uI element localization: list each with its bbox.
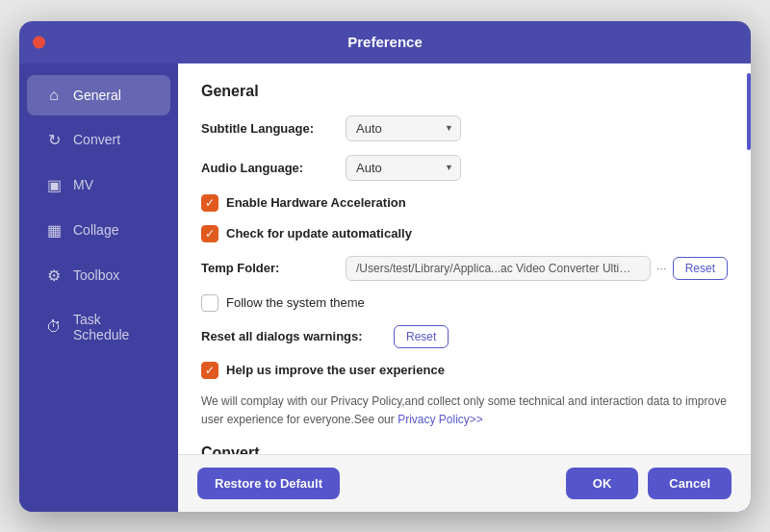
preference-window: Preference ⌂ General ↻ Convert ▣ MV ▦ Co…	[19, 21, 751, 512]
sidebar-item-convert[interactable]: ↻ Convert	[27, 119, 170, 161]
sidebar-label-collage: Collage	[73, 222, 118, 238]
panel-scroll[interactable]: General Subtitle Language: Auto English …	[178, 63, 751, 454]
temp-folder-reset-button[interactable]: Reset	[673, 257, 728, 280]
hw-acceleration-checkbox[interactable]: ✓	[201, 194, 218, 212]
sidebar-item-general[interactable]: ⌂ General	[27, 75, 170, 115]
sidebar-label-mv: MV	[73, 177, 93, 192]
audio-select[interactable]: Auto English Chinese	[346, 155, 461, 181]
toolbox-icon: ⚙	[44, 266, 64, 285]
sidebar-item-collage[interactable]: ▦ Collage	[27, 210, 170, 251]
audio-label: Audio Language:	[201, 161, 346, 175]
collage-icon: ▦	[44, 221, 64, 240]
scrollbar-track	[746, 63, 751, 454]
follow-theme-row: Follow the system theme	[201, 294, 728, 312]
temp-folder-path: /Users/test/Library/Applica...ac Video C…	[346, 256, 651, 281]
help-improve-checkbox[interactable]: ✓	[201, 362, 218, 379]
right-panel: General Subtitle Language: Auto English …	[178, 63, 751, 512]
convert-icon: ↻	[44, 131, 64, 149]
help-improve-text: We will complay with our Privacy Policy,…	[201, 393, 728, 429]
sidebar-label-task-schedule: Task Schedule	[73, 312, 153, 342]
reset-dialogs-label: Reset all dialogs warnings:	[201, 329, 394, 343]
window-title: Preference	[347, 34, 423, 50]
main-content: ⌂ General ↻ Convert ▣ MV ▦ Collage ⚙ Too…	[19, 63, 751, 512]
check-update-label: Check for update automatically	[226, 226, 412, 241]
maximize-button[interactable]	[71, 36, 84, 48]
task-schedule-icon: ⏱	[44, 318, 64, 336]
hw-acceleration-label: Enable Hardware Acceleration	[226, 195, 406, 210]
cancel-button[interactable]: Cancel	[648, 468, 732, 499]
help-improve-row: ✓ Help us improve the user experience	[201, 362, 728, 379]
hw-acceleration-row: ✓ Enable Hardware Acceleration	[201, 194, 728, 212]
ok-button[interactable]: OK	[566, 468, 639, 499]
reset-dialogs-button[interactable]: Reset	[394, 325, 449, 348]
reset-dialogs-row: Reset all dialogs warnings: Reset	[201, 325, 728, 348]
title-bar: Preference	[19, 21, 751, 63]
subtitle-label: Subtitle Language:	[201, 121, 346, 136]
subtitle-select[interactable]: Auto English Chinese French	[346, 115, 461, 141]
sidebar-item-task-schedule[interactable]: ⏱ Task Schedule	[27, 300, 170, 354]
sidebar-label-convert: Convert	[73, 132, 120, 147]
traffic-lights	[33, 36, 84, 48]
sidebar-item-toolbox[interactable]: ⚙ Toolbox	[27, 255, 170, 296]
footer: Restore to Default OK Cancel	[178, 454, 751, 512]
convert-section-title: Convert	[201, 444, 728, 454]
scrollbar-thumb[interactable]	[747, 73, 751, 150]
follow-theme-label: Follow the system theme	[226, 295, 365, 310]
subtitle-language-row: Subtitle Language: Auto English Chinese …	[201, 115, 728, 141]
sidebar-item-mv[interactable]: ▣ MV	[27, 165, 170, 206]
temp-folder-row: Temp Folder: /Users/test/Library/Applica…	[201, 256, 728, 281]
follow-theme-checkbox[interactable]	[201, 294, 218, 312]
sidebar-label-general: General	[73, 88, 121, 103]
subtitle-select-wrapper: Auto English Chinese French	[346, 115, 461, 141]
audio-language-row: Audio Language: Auto English Chinese	[201, 155, 728, 181]
sidebar-label-toolbox: Toolbox	[73, 267, 119, 283]
help-improve-label: Help us improve the user experience	[226, 363, 445, 377]
temp-folder-label: Temp Folder:	[201, 261, 346, 275]
home-icon: ⌂	[44, 87, 64, 104]
check-update-row: ✓ Check for update automatically	[201, 225, 728, 242]
check-update-checkbox[interactable]: ✓	[201, 225, 218, 242]
audio-select-wrapper: Auto English Chinese	[346, 155, 461, 181]
sidebar: ⌂ General ↻ Convert ▣ MV ▦ Collage ⚙ Too…	[19, 63, 178, 512]
temp-folder-dots-button[interactable]: ···	[656, 261, 667, 275]
privacy-policy-link[interactable]: Privacy Policy>>	[398, 413, 483, 426]
general-section-title: General	[201, 83, 728, 100]
close-button[interactable]	[33, 36, 45, 48]
minimize-button[interactable]	[52, 36, 64, 48]
convert-section: Convert Output Folder: /Users/test/Libra…	[201, 444, 728, 454]
restore-default-button[interactable]: Restore to Default	[197, 468, 340, 499]
mv-icon: ▣	[44, 176, 64, 194]
footer-right-buttons: OK Cancel	[566, 468, 732, 499]
